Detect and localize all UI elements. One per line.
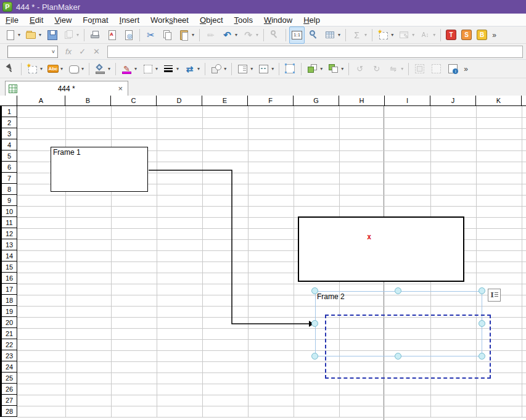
column-header-J[interactable]: J [430, 96, 476, 106]
edit-table-dropdown[interactable]: ▾ [412, 32, 414, 38]
object-properties-button[interactable]: i [445, 60, 461, 78]
row-header-27[interactable]: 27 [2, 395, 17, 406]
row-header-22[interactable]: 22 [2, 339, 17, 350]
rotate-right-button[interactable]: ↻ [369, 60, 384, 78]
sort-filter-dropdown[interactable]: ▾ [433, 32, 435, 38]
menu-item-insert[interactable]: Insert [114, 14, 146, 26]
row-header-7[interactable]: 7 [2, 173, 17, 184]
insert-function-button[interactable]: fx [65, 47, 72, 56]
save-button[interactable] [44, 27, 60, 44]
change-shape-dropdown[interactable]: ▾ [224, 66, 226, 72]
row-header-19[interactable]: 19 [2, 306, 17, 317]
insert-frame-dropdown[interactable]: ▾ [40, 66, 43, 72]
menu-item-worksheet[interactable]: Worksheet [145, 14, 194, 26]
row-header-20[interactable]: 20 [2, 317, 17, 328]
new-document-dropdown[interactable]: ▾ [18, 32, 20, 38]
column-header-A[interactable]: A [17, 96, 65, 106]
row-header-10[interactable]: 10 [2, 206, 17, 217]
insert-frame-button[interactable]: ★▾ [25, 60, 44, 78]
row-header-5[interactable]: 5 [2, 150, 17, 162]
print-preview-button[interactable]: ◎ [121, 27, 136, 44]
column-header-G[interactable]: G [294, 96, 339, 106]
insert-textframe-button[interactable]: Abc▾ [46, 60, 65, 78]
cancel-formula-button[interactable]: ✕ [93, 47, 100, 56]
bring-to-front-button[interactable]: ▾ [305, 60, 324, 78]
border-style-dropdown[interactable]: ▾ [155, 66, 158, 72]
insert-frame-button[interactable]: ★▾ [376, 27, 395, 44]
row-header-21[interactable]: 21 [2, 328, 17, 339]
row-header-18[interactable]: 18 [2, 295, 17, 306]
menu-item-object[interactable]: Object [194, 14, 229, 26]
new-document-button[interactable]: ▾ [2, 27, 22, 44]
column-header-D[interactable]: D [157, 96, 202, 106]
row-header-26[interactable]: 26 [2, 384, 17, 395]
formula-input[interactable] [107, 46, 523, 58]
dash-style-dropdown[interactable]: ▾ [271, 66, 274, 72]
resize-handle-top-left[interactable] [311, 287, 318, 294]
save-all-dropdown[interactable]: ▾ [76, 32, 79, 38]
fill-color-button[interactable]: ▾ [92, 60, 112, 78]
column-header-partial[interactable] [522, 96, 526, 106]
row-header-3[interactable]: 3 [2, 128, 17, 139]
column-header-F[interactable]: F [248, 96, 294, 106]
ungroup-objects-button[interactable] [429, 60, 444, 78]
row-header-28[interactable]: 28 [2, 406, 17, 417]
toolbar-overflow-button[interactable]: » [492, 31, 496, 39]
line-color-dropdown[interactable]: ▾ [134, 66, 137, 72]
presentations-app-button[interactable]: S [459, 27, 474, 44]
column-header-H[interactable]: H [339, 96, 385, 106]
toolbar-overflow-button[interactable]: » [464, 65, 468, 73]
resize-handle-bottom-left[interactable] [311, 353, 318, 360]
rotate-left-button[interactable]: ↺ [352, 60, 368, 78]
export-pdf-button[interactable]: A [104, 27, 120, 44]
text-direction-dropdown[interactable]: ▾ [250, 66, 253, 72]
textmaker-app-button[interactable]: T [444, 27, 458, 44]
row-header-24[interactable]: 24 [2, 361, 17, 373]
apply-formula-button[interactable]: ✓ [79, 47, 86, 56]
sort-filter-button[interactable]: A↕▾ [417, 27, 437, 44]
open-file-button[interactable]: ▾ [23, 27, 43, 44]
row-header-12[interactable]: 12 [2, 228, 17, 239]
save-all-button[interactable]: ▾ [61, 27, 81, 44]
row-header-4[interactable]: 4 [2, 139, 17, 150]
object-options-tag-button[interactable]: I [488, 289, 501, 302]
connectors-button[interactable]: ⇄▾ [182, 60, 202, 78]
row-header-15[interactable]: 15 [2, 261, 17, 273]
frame1-object[interactable]: Frame 1 [51, 147, 148, 192]
row-header-1[interactable]: 1 [2, 106, 17, 117]
insert-shape-dropdown[interactable]: ▾ [81, 66, 84, 72]
row-header-8[interactable]: 8 [2, 184, 17, 195]
search-button[interactable] [267, 27, 282, 44]
row-header-14[interactable]: 14 [2, 250, 17, 261]
insert-table-button[interactable]: ▾ [323, 27, 342, 44]
frame2-rectangle-object[interactable] [298, 216, 464, 282]
dash-style-button[interactable]: ▾ [256, 60, 276, 78]
redo-button[interactable]: ↷▾ [240, 27, 260, 44]
send-to-back-button[interactable]: ▾ [326, 60, 345, 78]
resize-handle-top-right[interactable] [479, 287, 485, 294]
zoom-original-button[interactable]: 1:1 [289, 27, 305, 44]
insert-textframe-dropdown[interactable]: ▾ [60, 66, 63, 72]
bring-to-front-dropdown[interactable]: ▾ [320, 66, 323, 72]
paste-button[interactable]: ▾ [176, 27, 196, 44]
undo-button[interactable]: ↶▾ [220, 27, 239, 44]
column-header-E[interactable]: E [202, 96, 248, 106]
line-width-button[interactable]: ▾ [161, 60, 181, 78]
column-header-B[interactable]: B [65, 96, 111, 106]
connectors-dropdown[interactable]: ▾ [197, 66, 200, 72]
menu-item-help[interactable]: Help [298, 14, 326, 26]
basicmaker-app-button[interactable]: B [475, 27, 489, 44]
row-header-11[interactable]: 11 [2, 217, 17, 228]
row-header-25[interactable]: 25 [2, 373, 17, 384]
selection-mode-button[interactable] [282, 60, 298, 78]
autosum-dropdown[interactable]: ▾ [364, 32, 367, 38]
title-bar[interactable]: P 444 * - PlanMaker [0, 0, 526, 14]
insert-frame-dropdown[interactable]: ▾ [391, 32, 393, 38]
menu-item-window[interactable]: Window [258, 14, 298, 26]
paste-dropdown[interactable]: ▾ [192, 32, 194, 38]
edit-table-button[interactable]: ✎▾ [397, 27, 416, 44]
flip-object-button[interactable]: ⇋▾ [385, 60, 405, 78]
copy-button[interactable] [160, 27, 175, 44]
chevron-down-icon[interactable]: ˅ [49, 49, 57, 55]
autosum-button[interactable]: Σ▾ [349, 27, 369, 44]
